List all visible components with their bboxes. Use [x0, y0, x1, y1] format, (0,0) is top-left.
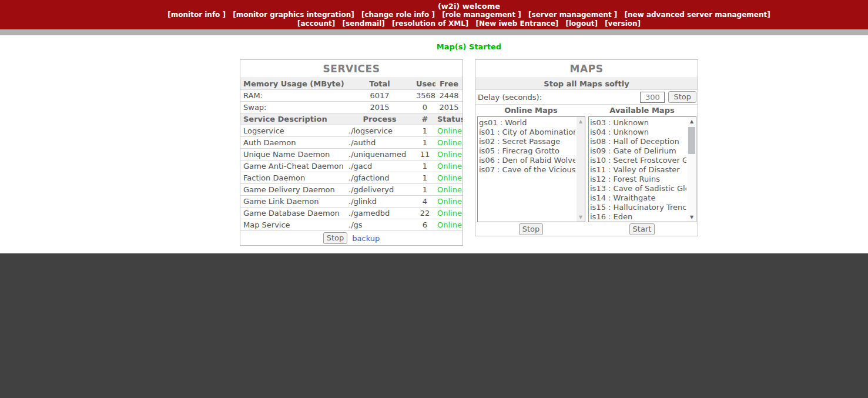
service-count: 11 — [414, 149, 435, 160]
service-name: Logservice — [240, 125, 345, 137]
page-footer — [0, 253, 868, 398]
service-status: Online — [435, 196, 463, 208]
map-option[interactable]: is10 : Secret Frostcover Gr — [590, 156, 686, 165]
service-process: ./authd — [345, 137, 414, 149]
map-option[interactable]: is06 : Den of Rabid Wolves — [479, 156, 575, 165]
scroll-down-icon[interactable]: ▼ — [577, 213, 585, 222]
memory-row-ram: RAM: 6017 3568 2448 — [240, 90, 463, 102]
service-process: ./gacd — [345, 160, 414, 172]
maps-columns-header: Online Maps Available Maps — [475, 104, 698, 116]
delay-stop-button[interactable]: Stop — [668, 91, 696, 103]
delay-row: Delay (seconds): Stop — [475, 90, 698, 104]
map-option[interactable]: is09 : Gate of Delirium — [590, 146, 686, 156]
service-row: Auth Daemon ./authd 1 Online — [240, 137, 463, 149]
available-maps-listbox[interactable]: is03 : Unknown is04 : Unknown is08 : Hal… — [588, 116, 696, 222]
service-row: Game Delivery Daemon ./gdeliveryd 1 Onli… — [240, 184, 463, 196]
maps-panel: MAPS Stop all Maps softly Delay (seconds… — [475, 59, 698, 236]
service-process: ./logservice — [345, 125, 414, 137]
map-option[interactable]: gs01 : World — [479, 118, 575, 128]
services-footer: Stop backup — [240, 230, 463, 245]
online-maps-listbox[interactable]: gs01 : World is01 : City of Abominations… — [477, 116, 585, 222]
nav-new-iweb-entrance[interactable]: [New iweb Entrance] — [475, 19, 558, 28]
scrollbar-track[interactable] — [688, 126, 696, 213]
service-name: Game Database Daemon — [240, 208, 345, 219]
map-option[interactable]: is15 : Hallucinatory Trench — [590, 203, 686, 212]
scroll-up-icon[interactable]: ▲ — [688, 117, 696, 126]
nav-monitor-info[interactable]: [monitor info ] — [167, 11, 226, 19]
service-name: Game Anti-Cheat Daemon — [240, 160, 345, 172]
service-process: ./gamedbd — [345, 208, 414, 219]
nav-change-role-info[interactable]: [change role info ] — [361, 11, 435, 19]
memory-used: 3568 — [414, 90, 435, 102]
service-row: Game Database Daemon ./gamedbd 22 Online — [240, 208, 463, 219]
memory-row-swap: Swap: 2015 0 2015 — [240, 102, 463, 113]
service-status-header: Status — [435, 113, 463, 125]
map-option[interactable]: is13 : Cave of Sadistic Glee — [590, 184, 686, 193]
maps-footer: Stop Start — [475, 222, 698, 236]
map-option[interactable]: is04 : Unknown — [590, 128, 686, 137]
services-stop-button[interactable]: Stop — [323, 232, 348, 244]
service-process: ./gs — [345, 219, 414, 231]
map-option[interactable]: is16 : Eden — [590, 212, 686, 222]
maps-stop-button[interactable]: Stop — [519, 223, 544, 235]
service-process: ./gdeliveryd — [345, 184, 414, 196]
nav-role-management[interactable]: [role management ] — [442, 11, 521, 19]
map-option[interactable]: is12 : Forest Ruins — [590, 175, 686, 184]
scrollbar-thumb[interactable] — [688, 127, 695, 154]
online-maps-header: Online Maps — [475, 105, 587, 116]
nav-server-management[interactable]: [server management ] — [528, 11, 617, 19]
nav-account[interactable]: [account] — [297, 19, 335, 28]
nav-row-2: [account] [sendmail] [resolution of XML]… — [0, 19, 868, 28]
service-process: ./uniquenamed — [345, 149, 414, 160]
nav-new-advanced-server-management[interactable]: [new advanced server management] — [624, 11, 770, 19]
map-option[interactable]: is05 : Firecrag Grotto — [479, 146, 575, 156]
service-count: 22 — [414, 208, 435, 219]
service-row: Game Link Daemon ./glinkd 4 Online — [240, 196, 463, 208]
scroll-down-icon[interactable]: ▼ — [688, 213, 696, 222]
service-status: Online — [435, 137, 463, 149]
nav-version[interactable]: [version] — [605, 19, 641, 28]
memory-free: 2015 — [435, 102, 463, 113]
header-divider-band — [0, 29, 868, 35]
services-table: Memory Usage (MByte) Total Used Free RAM… — [240, 78, 463, 230]
nav-resolution-of-xml[interactable]: [resolution of XML] — [392, 19, 468, 28]
service-status: Online — [435, 149, 463, 160]
service-name: Faction Daemon — [240, 172, 345, 184]
status-message: Map(s) Started — [240, 35, 698, 52]
map-option[interactable]: is01 : City of Abominations — [479, 128, 575, 137]
service-count: 1 — [414, 160, 435, 172]
service-name: Unique Name Daemon — [240, 149, 345, 160]
service-name: Game Link Daemon — [240, 196, 345, 208]
service-row: Map Service ./gs 6 Online — [240, 219, 463, 231]
maps-panel-title: MAPS — [475, 60, 698, 78]
maps-lists: gs01 : World is01 : City of Abominations… — [475, 116, 698, 222]
maps-start-button[interactable]: Start — [629, 223, 655, 235]
map-option[interactable]: is14 : Wraithgate — [590, 193, 686, 203]
service-name: Auth Daemon — [240, 137, 345, 149]
map-option[interactable]: is07 : Cave of the Vicious — [479, 165, 575, 175]
available-maps-list: is03 : Unknown is04 : Unknown is08 : Hal… — [590, 118, 686, 222]
services-panel-title: SERVICES — [240, 60, 463, 78]
service-row: Logservice ./logservice 1 Online — [240, 125, 463, 137]
memory-total: 6017 — [345, 90, 414, 102]
available-maps-scrollbar[interactable]: ▲ ▼ — [688, 117, 696, 222]
stop-all-maps-header: Stop all Maps softly — [475, 78, 698, 90]
service-count-header: # — [414, 113, 435, 125]
service-status: Online — [435, 160, 463, 172]
map-option[interactable]: is11 : Valley of Disaster — [590, 165, 686, 175]
nav-monitor-graphics-integration[interactable]: [monitor graphics integration] — [233, 11, 354, 19]
map-option[interactable]: is03 : Unknown — [590, 118, 686, 128]
scrollbar-track[interactable] — [577, 126, 585, 213]
memory-usage-header: Memory Usage (MByte) — [240, 78, 345, 90]
scroll-up-icon[interactable]: ▲ — [577, 117, 585, 126]
map-option[interactable]: is08 : Hall of Deception — [590, 137, 686, 146]
map-option[interactable]: is02 : Secret Passage — [479, 137, 575, 146]
nav-row-1: [monitor info ] [monitor graphics integr… — [0, 11, 868, 19]
online-maps-scrollbar[interactable]: ▲ ▼ — [577, 117, 585, 222]
service-status: Online — [435, 184, 463, 196]
nav-sendmail[interactable]: [sendmail] — [343, 19, 385, 28]
delay-input[interactable] — [640, 92, 665, 103]
nav-logout[interactable]: [logout] — [565, 19, 597, 28]
page-title: (w2i) welcome — [0, 2, 868, 11]
backup-link[interactable]: backup — [352, 234, 380, 243]
